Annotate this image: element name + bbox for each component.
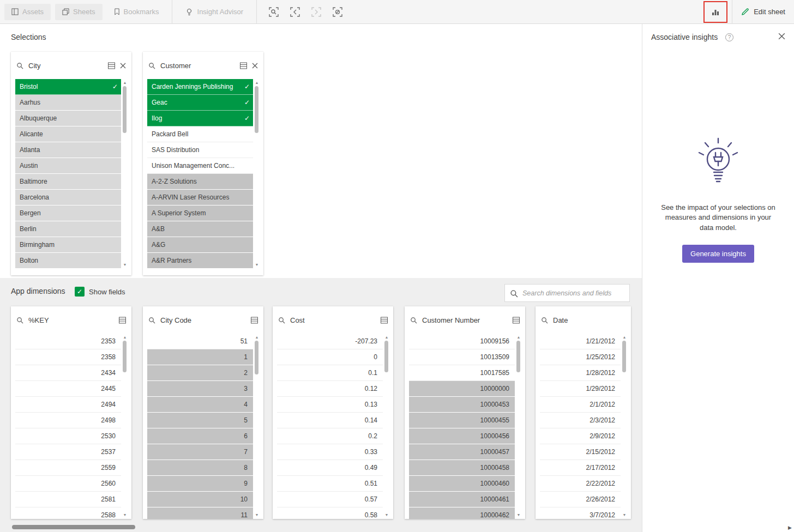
scroll-thumb[interactable] [384, 341, 388, 372]
selections-tool-icon[interactable] [266, 4, 282, 20]
list-item[interactable]: 0.51 [277, 476, 383, 492]
list-item[interactable]: A&R Partners ✓ [147, 253, 253, 269]
list-item[interactable]: SAS Distribution ✓ [147, 142, 253, 158]
scroll-down-icon[interactable]: ▼ [621, 512, 628, 518]
list-item[interactable]: 2/15/2012 [540, 444, 621, 460]
list-item[interactable]: 6 [147, 428, 253, 444]
scroll-down-icon[interactable]: ▼ [515, 512, 522, 518]
scroll-down-icon[interactable]: ▼ [254, 262, 260, 268]
scroll-up-icon[interactable]: ▲ [383, 335, 390, 340]
scroll-down-icon[interactable]: ▼ [122, 262, 128, 268]
search-icon[interactable] [541, 317, 548, 324]
generate-insights-button[interactable]: Generate insights [682, 245, 754, 263]
scroll-up-icon[interactable]: ▲ [621, 335, 628, 340]
list-item[interactable]: 0.2 [277, 428, 383, 444]
list-item[interactable]: 2530 [15, 428, 121, 444]
list-item[interactable]: 2/17/2012 [540, 460, 621, 476]
search-icon[interactable] [16, 317, 23, 324]
vertical-scrollbar[interactable]: ▲ ▼ [122, 79, 128, 269]
list-item[interactable]: 2/9/2012 [540, 428, 621, 444]
list-item[interactable]: 2/1/2012 [540, 397, 621, 413]
list-item[interactable]: Geac ✓ [147, 95, 253, 111]
list-item[interactable]: Austin ✓ [15, 158, 121, 174]
scroll-down-icon[interactable]: ▼ [122, 512, 128, 518]
list-item[interactable]: Packard Bell ✓ [147, 126, 253, 142]
list-view-icon[interactable] [251, 317, 258, 324]
assets-button[interactable]: Assets [4, 4, 51, 20]
vertical-scrollbar[interactable]: ▲ ▼ [383, 334, 390, 519]
list-item[interactable]: Bergen ✓ [15, 205, 121, 221]
list-item[interactable]: Birmingham ✓ [15, 237, 121, 253]
list-item[interactable]: 0.13 [277, 397, 383, 413]
list-item[interactable]: Baltimore ✓ [15, 174, 121, 190]
list-item[interactable]: Bolton ✓ [15, 253, 121, 269]
list-item[interactable]: 10009156 [409, 334, 515, 349]
list-item[interactable]: Aarhus ✓ [15, 95, 121, 111]
clear-selections-icon[interactable] [329, 4, 346, 20]
bookmarks-button[interactable]: Bookmarks [107, 4, 166, 20]
list-item[interactable]: 0.1 [277, 365, 383, 381]
search-icon[interactable] [16, 62, 23, 69]
scroll-thumb[interactable] [123, 86, 127, 133]
list-item[interactable]: 0 [277, 349, 383, 365]
scroll-up-icon[interactable]: ▲ [122, 80, 128, 86]
list-item[interactable]: Ilog ✓ [147, 111, 253, 126]
scroll-down-icon[interactable]: ▼ [254, 512, 260, 518]
list-item[interactable]: 10000456 [409, 428, 515, 444]
list-view-icon[interactable] [513, 317, 520, 324]
list-item[interactable]: Bristol ✓ [15, 79, 121, 95]
scroll-thumb[interactable] [255, 86, 258, 133]
insight-advisor-button[interactable]: Insight Advisor [172, 0, 257, 24]
hscroll-thumb[interactable] [12, 525, 135, 529]
list-item[interactable]: 10000461 [409, 492, 515, 507]
close-icon[interactable] [778, 33, 785, 40]
insights-toggle-button[interactable] [703, 1, 727, 23]
list-item[interactable]: 2537 [15, 444, 121, 460]
list-item[interactable]: 2/22/2012 [540, 476, 621, 492]
scroll-down-icon[interactable]: ▼ [383, 512, 390, 518]
list-item[interactable]: 2/3/2012 [540, 413, 621, 428]
search-icon[interactable] [410, 317, 417, 324]
list-item[interactable]: 0.33 [277, 444, 383, 460]
list-item[interactable]: 51 [147, 334, 253, 349]
scroll-thumb[interactable] [516, 341, 520, 372]
list-item[interactable]: Carden Jennings Publishing ✓ [147, 79, 253, 95]
list-item[interactable]: 2559 [15, 460, 121, 476]
list-item[interactable]: 10 [147, 492, 253, 507]
sheets-button[interactable]: Sheets [55, 4, 102, 20]
list-item[interactable]: 10000458 [409, 460, 515, 476]
vertical-scrollbar[interactable]: ▲ ▼ [122, 334, 128, 519]
list-item[interactable]: 0.58 [277, 507, 383, 519]
list-item[interactable]: -207.23 [277, 334, 383, 349]
scroll-thumb[interactable] [123, 341, 127, 372]
list-item[interactable]: A-ARVIN Laser Resources ✓ [147, 190, 253, 205]
edit-sheet-button[interactable]: Edit sheet [732, 0, 794, 24]
scroll-up-icon[interactable]: ▲ [254, 335, 260, 340]
list-view-icon[interactable] [240, 62, 247, 69]
list-item[interactable]: 9 [147, 476, 253, 492]
step-forward-icon[interactable] [308, 4, 324, 20]
list-view-icon[interactable] [381, 317, 388, 324]
list-item[interactable]: 2358 [15, 349, 121, 365]
list-item[interactable]: 1/25/2012 [540, 349, 621, 365]
vertical-scrollbar[interactable]: ▲ ▼ [621, 334, 628, 519]
list-item[interactable]: 0.12 [277, 381, 383, 397]
search-icon[interactable] [278, 317, 285, 324]
list-item[interactable]: 10000462 [409, 507, 515, 519]
list-item[interactable]: 5 [147, 413, 253, 428]
scroll-up-icon[interactable]: ▲ [122, 335, 128, 340]
list-item[interactable]: 2560 [15, 476, 121, 492]
list-item[interactable]: A Superior System ✓ [147, 205, 253, 221]
scroll-right-icon[interactable]: ▶ [788, 525, 792, 530]
list-item[interactable]: 10000455 [409, 413, 515, 428]
search-icon[interactable] [148, 62, 155, 69]
list-item[interactable]: Alicante ✓ [15, 126, 121, 142]
list-item[interactable]: 7 [147, 444, 253, 460]
list-view-icon[interactable] [119, 317, 126, 324]
list-item[interactable]: 2581 [15, 492, 121, 507]
search-icon[interactable] [148, 317, 155, 324]
list-item[interactable]: 2434 [15, 365, 121, 381]
list-item[interactable]: 1/28/2012 [540, 365, 621, 381]
list-item[interactable]: A-2-Z Solutions ✓ [147, 174, 253, 190]
scroll-thumb[interactable] [622, 341, 626, 372]
